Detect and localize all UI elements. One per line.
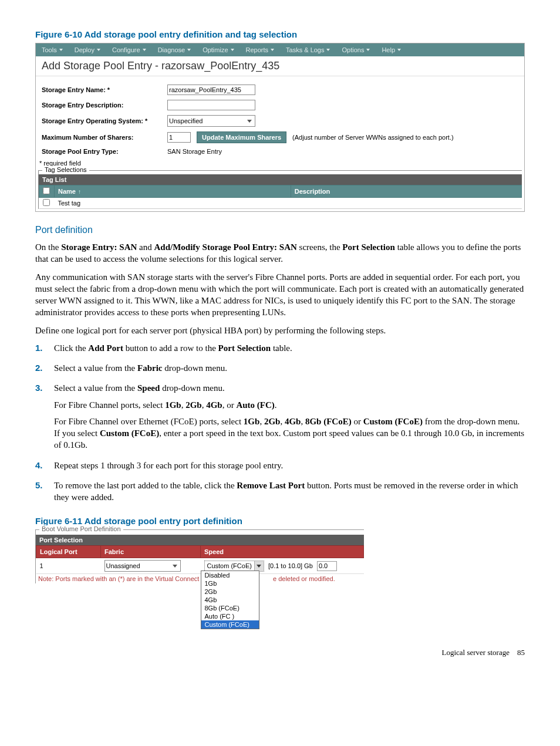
step-2: 2. Select a value from the Fabric drop-d… [35,362,525,379]
page-title: Add Storage Pool Entry - razorsaw_PoolEn… [36,56,524,76]
speed-option-custom-fcoe[interactable]: Custom (FCoE) [201,620,259,629]
port-note-right: e deleted or modified. [271,574,338,583]
toolbar-diagnose-label: Diagnose [158,46,185,53]
label-entry-name: Storage Entry Name: * [38,86,167,93]
entry-desc-input[interactable] [167,100,255,110]
app-frame-1: Tools Deploy Configure Diagnose Optimize… [35,43,525,212]
port-row-index: 1 [36,558,101,574]
toolbar-reports[interactable]: Reports [240,45,281,55]
app-toolbar: Tools Deploy Configure Diagnose Optimize… [36,43,524,56]
chevron-down-icon [59,49,63,51]
label-entry-desc: Storage Entry Description: [38,102,167,109]
toolbar-diagnose[interactable]: Diagnose [152,45,197,55]
chevron-down-icon [397,49,401,51]
entry-name-input[interactable] [167,85,255,95]
chevron-down-icon [366,49,370,51]
toolbar-optimize-label: Optimize [203,46,228,53]
toolbar-tools-label: Tools [42,46,57,53]
step-number: 1. [35,342,54,359]
page-footer: Logical server storage 85 [35,648,525,657]
label-max-sharers: Maximum Number of Sharers: [38,134,167,141]
max-sharers-input[interactable] [167,132,191,143]
port-col-speed: Speed [201,546,364,558]
step-number: 3. [35,382,54,455]
paragraph-3: Define one logical port for each server … [35,325,525,336]
step-number: 2. [35,362,54,379]
toolbar-configure-label: Configure [112,46,140,53]
toolbar-options-label: Options [342,46,364,53]
footer-text: Logical server storage [441,648,510,657]
speed-select-value: Custom (FCoE) [205,562,254,569]
fabric-select[interactable]: Unassigned [104,560,181,572]
toolbar-optimize[interactable]: Optimize [197,45,239,55]
toolbar-help[interactable]: Help [376,45,407,55]
tag-selections-legend: Tag Selections [42,166,89,173]
toolbar-deploy[interactable]: Deploy [69,45,106,55]
toolbar-options[interactable]: Options [336,45,376,55]
steps-list: 1. Click the Add Port button to add a ro… [35,342,525,508]
step-1: 1. Click the Add Port button to add a ro… [35,342,525,359]
speed-option-8gb-fcoe[interactable]: 8Gb (FCoE) [201,604,259,612]
sharers-hint: (Adjust number of Server WWNs assigned t… [292,134,454,141]
step-3: 3. Select a value from the Speed drop-do… [35,382,525,455]
figure-6-10-title: Figure 6-10 Add storage pool entry defin… [35,29,525,39]
toolbar-deploy-label: Deploy [75,46,95,53]
chevron-down-icon [271,49,274,51]
speed-option-auto-fc[interactable]: Auto (FC ) [201,612,259,620]
port-definition-frame: Boot Volume Port Definition Port Selecti… [35,529,364,583]
speed-option-2gb[interactable]: 2Gb [201,588,259,596]
form-area: Storage Entry Name: * Storage Entry Desc… [36,76,524,211]
port-selection-table: Logical Port Fabric Speed 1 Unassigned C… [36,545,364,574]
label-pool-entry-type: Storage Pool Entry Type: [38,148,167,155]
port-col-logical-port: Logical Port [36,546,101,558]
speed-range-label: [0.1 to 10.0] Gb [268,562,313,569]
toolbar-tasks-logs[interactable]: Tasks & Logs [280,45,336,55]
step-4: 4. Repeat steps 1 through 3 for each por… [35,460,525,476]
section-port-definition: Port definition [35,225,525,235]
sort-asc-icon: ↑ [78,188,81,195]
speed-select[interactable]: Custom (FCoE) [204,561,264,572]
port-note-left: Note: Ports marked with an (*) are in th… [36,574,201,583]
step-5: 5. To remove the last port added to the … [35,480,525,508]
chevron-down-icon [143,49,146,51]
toolbar-tasks-logs-label: Tasks & Logs [286,46,324,53]
chevron-down-icon [231,49,234,51]
speed-value-input[interactable] [317,561,337,571]
speed-option-4gb[interactable]: 4Gb [201,596,259,604]
tag-row: Test tag [39,198,522,209]
chevron-down-icon [326,49,330,51]
port-row: 1 Unassigned Custom (FCoE) [0.1 to 10.0]… [36,558,364,574]
entry-os-select[interactable]: Unspecified [167,115,255,127]
chevron-down-icon [97,49,100,51]
tag-row-checkbox[interactable] [43,199,50,206]
tag-selections-fieldset: Tag Selections Tag List Name↑ Descriptio… [38,170,522,209]
port-col-fabric: Fabric [101,546,201,558]
pool-entry-type-value: SAN Storage Entry [167,148,222,155]
footer-page: 85 [517,648,525,657]
port-selection-header: Port Selection [36,535,364,545]
tag-list-header: Tag List [39,174,522,185]
update-max-sharers-button[interactable]: Update Maximum Sharers [197,131,286,143]
label-entry-os: Storage Entry Operating System: * [38,117,167,124]
toolbar-help-label: Help [382,46,395,53]
step-number: 5. [35,480,54,508]
paragraph-2: Any communication with SAN storage start… [35,271,525,319]
toolbar-configure[interactable]: Configure [106,45,152,55]
chevron-down-icon [254,561,264,571]
tag-select-all-checkbox[interactable] [43,187,50,194]
toolbar-tools[interactable]: Tools [36,45,69,55]
figure-6-11-title: Figure 6-11 Add storage pool entry port … [35,516,525,526]
required-field-note: * required field [38,160,522,167]
tag-list-table: Name↑ Description Test tag [39,185,522,209]
port-frame-legend: Boot Volume Port Definition [39,525,123,532]
chevron-down-icon [187,49,191,51]
tag-col-desc: Description [291,185,521,198]
step-number: 4. [35,460,54,476]
toolbar-reports-label: Reports [246,46,269,53]
paragraph-1: On the Storage Entry: SAN and Add/Modify… [35,241,525,265]
tag-row-name: Test tag [55,198,291,209]
tag-col-name: Name [58,188,76,195]
